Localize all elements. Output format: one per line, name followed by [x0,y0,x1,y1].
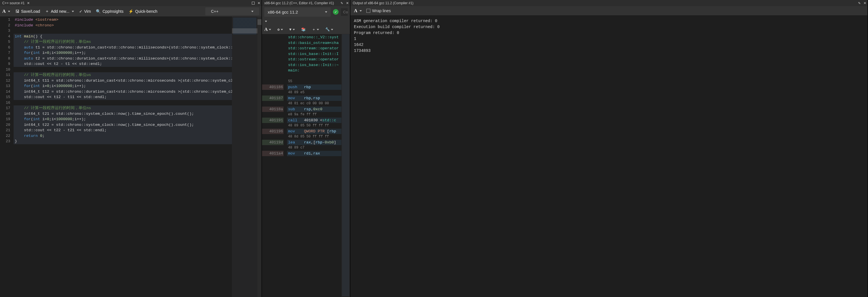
asm-instruction[interactable]: subrsp,0xc0 [287,106,341,112]
floppy-icon: 🖫 [15,9,19,13]
output-tabbar: Output of x86-64 gcc 11.2 (Compiler #1) … [350,0,867,6]
chevron-down-icon[interactable] [265,21,267,22]
asm-subbar [262,18,350,25]
close-icon[interactable]: ✕ [864,1,866,5]
output-tab-title[interactable]: Output of x86-64 gcc 11.2 (Compiler #1) [352,1,414,5]
asm-symbol[interactable]: std::ostream::operator [287,45,341,51]
asm-label[interactable]: main: [287,68,341,73]
tools-icon[interactable]: 🔧 [325,27,333,32]
plus-icon: ＋ [45,9,49,14]
code-line[interactable]: std::cout << t12 - t11 << std::endl; [13,94,232,100]
code-line[interactable]: int64_t t21 = std::chrono::system_clock:… [13,111,232,117]
code-line[interactable]: std::cout << t22 - t21 << std::endl; [13,128,232,133]
asm-instruction[interactable]: call401030 <std::c [287,118,341,123]
vim-icon: ✓ [79,9,83,13]
scrollbar[interactable] [257,16,261,297]
source-editor[interactable]: 1234567891011121314151617181920212223 #i… [0,16,261,297]
code-line[interactable]: int main() { [13,34,232,39]
compiler-options-input[interactable]: Co [341,8,348,16]
asm-hex: 55 [287,79,341,85]
asm-minimap[interactable] [341,34,350,297]
add-new-button[interactable]: ＋ Add new... [45,9,74,14]
code-line[interactable]: // 计算一段程序运行的时间，单位ms [13,39,232,45]
code-line[interactable] [13,28,232,34]
code-area[interactable]: #include <iostream>#include <chrono> int… [13,16,232,297]
font-menu[interactable]: A [2,8,10,14]
source-tabbar: C++ source #1 ✕ ✕ [0,0,261,6]
output-body: ASM generation compiler returned: 0Execu… [350,15,867,297]
flash-icon: ⚡ [128,9,133,13]
settings-icon[interactable]: ✿ [277,27,283,32]
minimap[interactable] [232,16,257,297]
output-line: Execution build compiler returned: 0 [354,24,864,30]
maximize-icon[interactable] [252,2,255,4]
asm-instruction[interactable]: movQWORD PTR [rbp [287,129,341,134]
asm-symbol[interactable]: std::ios_base::Init::~ [287,62,341,68]
code-line[interactable]: #include <iostream> [13,17,232,23]
chevron-down-icon [325,11,327,13]
output-line: 1734893 [354,48,864,54]
close-icon[interactable]: ✕ [27,1,30,5]
asm-symbol[interactable]: std::ostream::operator [287,57,341,62]
asm-pane: x86-64 gcc 11.2 (C++, Editor #1, Compile… [262,0,350,297]
output-line: 1 [354,36,864,42]
close-icon[interactable]: ✕ [346,1,349,5]
code-line[interactable] [13,67,232,72]
code-line[interactable]: std::cout << t2 - t1 << std::endl; [13,61,232,67]
asm-tab-title[interactable]: x86-64 gcc 11.2 (C++, Editor #1, Compile… [263,1,334,5]
compiler-select[interactable]: x86-64 gcc 11.2 [264,7,331,17]
code-line[interactable]: for(int i=0;i<1000000;i++); [13,50,232,56]
edit-icon[interactable]: ✎ [858,1,861,5]
chevron-down-icon [72,11,74,12]
code-line[interactable]: auto t1 = std::chrono::duration_cast<std… [13,45,232,51]
asm-code-column[interactable]: std::chrono::_V2::syststd::basic_ostream… [287,34,341,297]
code-line[interactable] [13,100,232,106]
asm-hex: 48 89 e5 [287,90,341,96]
asm-instruction[interactable]: learax,[rbp-0xb0] [287,140,341,145]
asm-body[interactable]: 401186 401187 40118a 401191 401196 40119… [262,34,350,297]
asm-instruction[interactable]: movrbp,rsp [287,96,341,101]
code-line[interactable]: // 计算一段程序运行的时间，单位ns [13,105,232,111]
status-ok-icon: ✓ [333,9,339,15]
code-line[interactable]: // 计算一段程序运行的时间，单位us [13,72,232,78]
panel-close-icon[interactable]: ✕ [257,1,260,5]
code-line[interactable]: int64_t t11 = std::chrono::duration_cast… [13,78,232,84]
edit-icon[interactable]: ✎ [341,1,343,5]
code-line[interactable]: int64_t t22 = std::chrono::system_clock:… [13,122,232,128]
asm-symbol[interactable]: std::basic_ostream<cha [287,40,341,46]
cppinsights-button[interactable]: 🔍 CppInsights [96,9,123,13]
asm-hex: 48 89 c7 [287,145,341,151]
asm-instruction[interactable] [287,73,341,79]
code-line[interactable]: #include <chrono> [13,23,232,28]
asm-symbol[interactable]: std::chrono::_V2::syst [287,35,341,40]
code-line[interactable]: int64_t t12 = std::chrono::duration_cast… [13,89,232,95]
compiler-row: x86-64 gcc 11.2 ✓ Co [262,6,350,18]
asm-instruction[interactable]: pushrbp [287,85,341,90]
add-icon[interactable]: ＋ [312,27,319,32]
filter-icon[interactable]: ▼ [289,28,295,32]
vim-button[interactable]: ✓ Vim [79,9,91,13]
output-line: Program returned: 0 [354,30,864,36]
code-line[interactable]: return 0; [13,133,232,139]
language-select[interactable]: C++ [205,7,259,15]
output-pane: Output of x86-64 gcc 11.2 (Compiler #1) … [350,0,868,297]
asm-symbol[interactable]: std::ios_base::Init::I [287,51,341,57]
font-menu[interactable]: A [264,27,271,32]
asm-hex: e8 9a fe ff ff [287,112,341,118]
source-tab-title[interactable]: C++ source #1 [1,1,26,5]
checkbox-icon[interactable] [366,9,370,13]
line-gutter: 1234567891011121314151617181920212223 [0,16,13,297]
quickbench-button[interactable]: ⚡ Quick-bench [128,9,157,13]
code-line[interactable]: auto t2 = std::chrono::duration_cast<std… [13,56,232,62]
output-toolbar: A Wrap lines [350,6,867,15]
libraries-icon[interactable]: 📚 [301,27,306,32]
asm-instruction[interactable]: movrdi,rax [287,151,341,157]
asm-hex: 48 8d 85 50 ff ff ff [287,134,341,140]
code-line[interactable]: for(int i=0;i<1000000;i++); [13,117,232,122]
font-menu[interactable]: A [354,8,362,13]
save-load-button[interactable]: 🖫 Save/Load [15,9,40,13]
code-line[interactable]: } [13,139,232,144]
code-line[interactable]: for(int i=0;i<1000000;i++); [13,83,232,89]
wrap-lines-toggle[interactable]: Wrap lines [366,8,391,13]
asm-toolbar: A ✿ ▼ 📚 ＋ 🔧 [262,25,350,34]
